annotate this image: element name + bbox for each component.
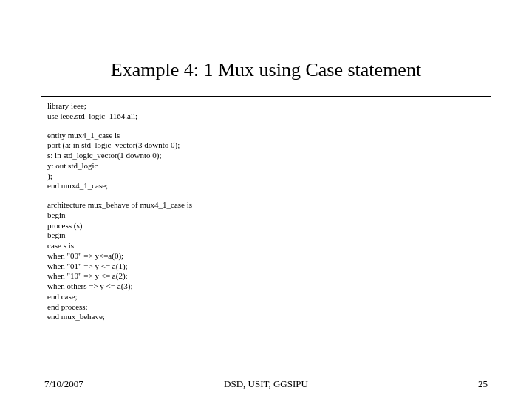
code-line: process (s) xyxy=(47,221,485,231)
footer-center: DSD, USIT, GGSIPU xyxy=(0,378,532,390)
blank-line xyxy=(47,122,485,131)
blank-line xyxy=(47,191,485,200)
code-line: begin xyxy=(47,231,485,241)
code-box: library ieee; use ieee.std_logic_1164.al… xyxy=(41,96,491,330)
code-line: library ieee; xyxy=(47,101,485,112)
code-line: end process; xyxy=(47,302,485,313)
code-line: y: out std_logic xyxy=(47,161,485,171)
code-line: when others => y <= a(3); xyxy=(47,282,485,292)
code-line: architecture mux_behave of mux4_1_case i… xyxy=(47,200,485,211)
code-line: end mux4_1_case; xyxy=(47,181,485,191)
code-line: entity mux4_1_case is xyxy=(47,131,485,141)
slide: Example 4: 1 Mux using Case statement li… xyxy=(0,0,532,399)
code-line: end case; xyxy=(47,292,485,302)
slide-title: Example 4: 1 Mux using Case statement xyxy=(0,0,532,96)
code-line: case s is xyxy=(47,241,485,251)
code-line: ); xyxy=(47,171,485,182)
code-line: use ieee.std_logic_1164.all; xyxy=(47,112,485,122)
code-line: end mux_behave; xyxy=(47,312,485,322)
code-line: when "00" => y<=a(0); xyxy=(47,251,485,262)
code-line: port (a: in std_logic_vector(3 downto 0)… xyxy=(47,140,485,151)
code-line: when "01" => y <= a(1); xyxy=(47,262,485,272)
code-line: s: in std_logic_vector(1 downto 0); xyxy=(47,151,485,161)
code-line: begin xyxy=(47,211,485,221)
code-line: when "10" => y <= a(2); xyxy=(47,271,485,282)
footer-page: 25 xyxy=(478,378,488,390)
